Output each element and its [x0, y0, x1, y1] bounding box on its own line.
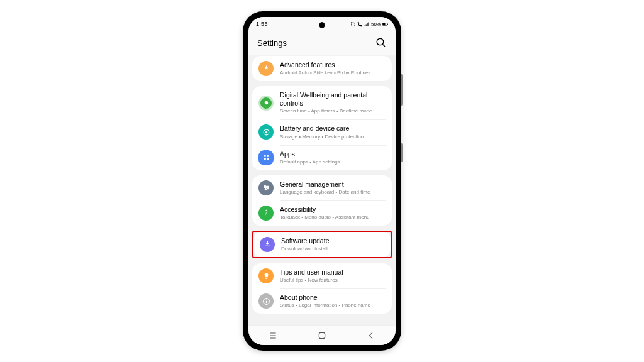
page-title: Settings [257, 38, 287, 48]
svg-line-5 [382, 44, 385, 47]
svg-point-4 [377, 38, 384, 45]
svg-point-17 [267, 187, 268, 189]
alarm-icon [350, 21, 356, 27]
row-subtitle: TalkBack • Mono audio • Assistant menu [280, 214, 386, 221]
row-tips-manual[interactable]: Tips and user manual Useful tips • New f… [252, 263, 392, 288]
digital-wellbeing-icon [258, 96, 274, 111]
about-phone-icon [258, 293, 274, 309]
status-indicators: 50% [350, 21, 388, 27]
row-subtitle: Screen time • App timers • Bedtime mode [280, 108, 386, 114]
row-subtitle: Language and keyboard • Date and time [280, 189, 386, 195]
svg-point-19 [265, 210, 267, 211]
row-subtitle: Status • Legal information • Phone name [280, 302, 386, 309]
svg-point-11 [264, 158, 265, 160]
row-general-management[interactable]: General management Language and keyboard… [252, 175, 392, 200]
volume-button [401, 74, 403, 106]
settings-group: Tips and user manual Useful tips • New f… [252, 263, 392, 314]
row-title: General management [280, 180, 386, 189]
back-button[interactable] [366, 331, 376, 341]
general-management-icon [258, 180, 274, 195]
svg-point-10 [267, 155, 269, 157]
settings-group: Digital Wellbeing and parental controls … [252, 86, 392, 170]
svg-point-8 [265, 131, 267, 133]
header: Settings [248, 31, 396, 55]
row-digital-wellbeing[interactable]: Digital Wellbeing and parental controls … [252, 86, 392, 119]
advanced-features-icon [258, 61, 274, 76]
svg-point-21 [265, 299, 267, 300]
battery-text: 50% [371, 21, 381, 27]
row-battery-device-care[interactable]: Battery and device care Storage • Memory… [252, 119, 392, 145]
svg-point-16 [264, 185, 265, 187]
row-software-update[interactable]: Software update Download and install [253, 232, 391, 257]
row-subtitle: Storage • Memory • Device protection [280, 134, 386, 140]
home-button[interactable] [317, 331, 327, 341]
highlight-annotation: Software update Download and install [252, 231, 392, 258]
row-title: Apps [280, 150, 386, 158]
row-title: Tips and user manual [280, 268, 386, 277]
row-subtitle: Download and install [281, 246, 384, 252]
nav-bar [248, 325, 396, 345]
row-title: Battery and device care [280, 124, 386, 133]
settings-group: Software update Download and install [253, 232, 391, 257]
row-title: Digital Wellbeing and parental controls [280, 91, 386, 107]
svg-rect-3 [387, 23, 388, 25]
svg-point-12 [267, 158, 269, 160]
apps-icon [258, 150, 274, 165]
tips-icon [258, 268, 274, 283]
settings-group: General management Language and keyboard… [252, 175, 392, 226]
phone-frame: 1:55 50% Settings Advanced featu [243, 11, 401, 351]
device-care-icon [258, 124, 274, 140]
battery-icon [382, 21, 388, 27]
screen: 1:55 50% Settings Advanced featu [248, 17, 396, 345]
status-time: 1:55 [256, 21, 268, 27]
row-about-phone[interactable]: About phone Status • Legal information •… [252, 288, 392, 314]
search-icon[interactable] [375, 37, 387, 48]
recents-button[interactable] [268, 331, 278, 341]
row-advanced-features[interactable]: Advanced features Android Auto • Side ke… [252, 56, 392, 81]
row-title: Advanced features [280, 61, 386, 69]
row-subtitle: Android Auto • Side key • Bixby Routines [280, 70, 386, 76]
settings-list[interactable]: Advanced features Android Auto • Side ke… [248, 55, 396, 325]
row-accessibility[interactable]: Accessibility TalkBack • Mono audio • As… [252, 200, 392, 226]
row-subtitle: Default apps • App settings [280, 159, 386, 165]
row-apps[interactable]: Apps Default apps • App settings [252, 145, 392, 170]
software-update-icon [260, 237, 275, 252]
row-subtitle: Useful tips • New features [280, 277, 386, 283]
signal-icon [364, 21, 370, 27]
row-title: Accessibility [280, 206, 386, 214]
svg-point-18 [265, 189, 266, 190]
accessibility-icon [258, 206, 274, 221]
row-title: About phone [280, 293, 386, 302]
call-icon [357, 21, 363, 27]
row-title: Software update [281, 237, 384, 245]
svg-rect-2 [383, 23, 385, 25]
svg-point-6 [264, 101, 267, 104]
svg-rect-22 [265, 301, 266, 303]
svg-rect-26 [319, 332, 325, 338]
front-camera [319, 22, 325, 28]
svg-point-9 [264, 155, 265, 157]
settings-group: Advanced features Android Auto • Side ke… [252, 56, 392, 81]
power-button [401, 143, 403, 162]
